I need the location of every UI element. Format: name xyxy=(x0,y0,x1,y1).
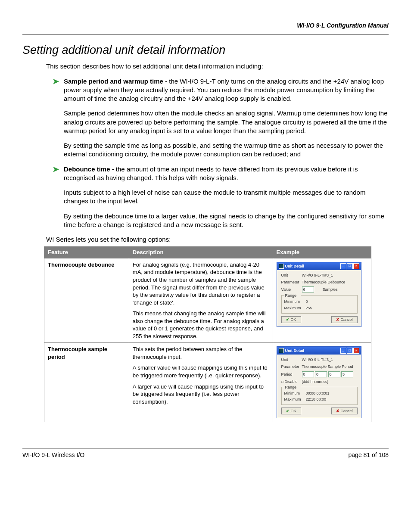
bullet2-p3: By setting the debounce time to a larger… xyxy=(64,212,389,230)
table-header-row: Feature Description Example xyxy=(44,247,371,258)
bullet2-lead: Debounce time xyxy=(64,165,110,173)
desc-para: This sets the period between samples of … xyxy=(133,345,269,361)
options-table: Feature Description Example Thermocouple… xyxy=(44,246,371,422)
cancel-button[interactable]: ✘Cancel xyxy=(331,316,358,323)
ok-label: OK xyxy=(291,408,296,414)
check-icon: ✔ xyxy=(286,408,290,414)
page-title: Setting additional unit detail informati… xyxy=(22,42,389,58)
value-input[interactable]: 6 xyxy=(302,286,314,292)
bullet-arrow-icon: ➤ xyxy=(53,165,64,183)
options-line: WI Series lets you set the following opt… xyxy=(46,235,389,244)
feature-example: Unit Detail _ □ × Unit WI-I/O 9-L- xyxy=(273,343,371,422)
max-label: Maximum xyxy=(284,305,306,311)
range-fieldset: Range Minimum00:00 00:0:01 Maximum22:18 … xyxy=(281,387,358,405)
parameter-label: Parameter xyxy=(281,364,302,369)
bullet1-p3: By setting the sample time as long as po… xyxy=(64,141,389,159)
table-row: Thermocouple debounce For analog signals… xyxy=(44,258,371,342)
minimize-icon[interactable]: _ xyxy=(340,263,346,269)
period-h-input[interactable]: 0 xyxy=(315,371,327,377)
unit-value: WI-I/O 9-L-TI#3_1 xyxy=(302,357,358,362)
range-legend: Range xyxy=(284,385,301,390)
dialog-title: Unit Detail xyxy=(285,264,305,269)
unit-detail-dialog: Unit Detail _ □ × Unit WI-I/O 9-L- xyxy=(277,346,361,418)
bullet2-p2: Inputs subject to a high level of noise … xyxy=(64,188,389,206)
period-s-input[interactable]: 5 xyxy=(341,371,353,377)
parameter-label: Parameter xyxy=(281,280,302,285)
unit-value: WI-I/O 9-L-TI#3_1 xyxy=(302,273,358,278)
intro-text: This section describes how to set additi… xyxy=(46,62,389,71)
min-label: Minimum xyxy=(284,391,306,396)
parameter-value: Thermocouple Debounce xyxy=(302,280,358,285)
check-icon: ✔ xyxy=(286,317,290,322)
maximize-icon[interactable]: □ xyxy=(347,263,353,269)
period-label: Period xyxy=(281,372,302,377)
desc-para: A larger value will cause mappings using… xyxy=(133,383,269,406)
value-suffix: Samples xyxy=(323,287,338,292)
bullet1-text: Sample period and warmup time - the WI-I… xyxy=(64,77,389,103)
header-rule xyxy=(22,34,389,34)
bullet1-lead: Sample period and warmup time xyxy=(64,78,163,85)
desc-para: For analog signals (e.g. thermocouple, a… xyxy=(133,261,269,306)
dialog-titlebar: Unit Detail _ □ × xyxy=(277,347,361,355)
app-icon xyxy=(279,264,284,269)
desc-para: This means that changing the analog samp… xyxy=(133,310,269,340)
th-example: Example xyxy=(273,247,371,258)
x-icon: ✘ xyxy=(336,408,339,414)
max-value: 255 xyxy=(306,305,312,311)
period-m-input[interactable]: 0 xyxy=(328,371,340,377)
range-fieldset: Range Minimum0 Maximum255 xyxy=(281,295,358,313)
bullet-arrow-icon: ➤ xyxy=(53,77,64,103)
close-icon[interactable]: × xyxy=(353,263,359,269)
cancel-button[interactable]: ✘Cancel xyxy=(331,408,358,414)
disable-checkbox[interactable]: ☐ xyxy=(281,380,283,384)
maximize-icon[interactable]: □ xyxy=(347,348,353,354)
period-d-input[interactable]: 0 xyxy=(302,371,314,377)
minimize-icon[interactable]: _ xyxy=(340,348,346,354)
min-value: 00:00 00:0:01 xyxy=(306,391,330,396)
bullet2-text: Debounce time - the amount of time an in… xyxy=(64,165,389,183)
range-legend: Range xyxy=(284,293,301,298)
unit-label: Unit xyxy=(281,357,302,362)
dialog-titlebar: Unit Detail _ □ × xyxy=(277,262,361,270)
min-value: 0 xyxy=(306,299,308,304)
th-description: Description xyxy=(129,247,273,258)
max-value: 22:18 08:00 xyxy=(306,397,327,402)
feature-description: For analog signals (e.g. thermocouple, a… xyxy=(129,258,273,342)
max-label: Maximum xyxy=(284,397,306,402)
value-label: Value xyxy=(281,287,302,292)
header-manual-title: WI-I/O 9-L Configuration Manual xyxy=(22,22,389,30)
disable-label: Disable xyxy=(284,380,297,384)
unit-detail-dialog: Unit Detail _ □ × Unit WI-I/O 9-L- xyxy=(277,262,361,327)
feature-example: Unit Detail _ □ × Unit WI-I/O 9-L- xyxy=(273,258,371,342)
th-feature: Feature xyxy=(44,247,129,258)
parameter-value: Thermocouple Sample Period xyxy=(302,364,358,369)
feature-name: Thermocouple sample period xyxy=(44,343,129,422)
feature-name: Thermocouple debounce xyxy=(44,258,129,342)
min-label: Minimum xyxy=(284,299,306,304)
ok-button[interactable]: ✔OK xyxy=(281,316,301,323)
table-row: Thermocouple sample period This sets the… xyxy=(44,343,371,422)
dialog-title: Unit Detail xyxy=(285,348,305,353)
close-icon[interactable]: × xyxy=(353,348,359,354)
footer-right: page 81 of 108 xyxy=(349,451,389,459)
feature-description: This sets the period between samples of … xyxy=(129,343,273,422)
ok-button[interactable]: ✔OK xyxy=(281,408,301,414)
page-footer: WI-I/O 9-L Wireless I/O page 81 of 108 xyxy=(22,448,389,459)
cancel-label: Cancel xyxy=(341,408,353,414)
bullet1-p2: Sample period determines how often the m… xyxy=(64,109,389,135)
desc-para: A smaller value will cause mappings usin… xyxy=(133,364,269,379)
footer-left: WI-I/O 9-L Wireless I/O xyxy=(22,451,84,459)
format-hint: [ddd hh:mm:ss] xyxy=(302,379,358,384)
cancel-label: Cancel xyxy=(341,317,353,322)
ok-label: OK xyxy=(291,317,296,322)
app-icon xyxy=(279,348,284,353)
unit-label: Unit xyxy=(281,273,302,278)
x-icon: ✘ xyxy=(336,317,339,322)
